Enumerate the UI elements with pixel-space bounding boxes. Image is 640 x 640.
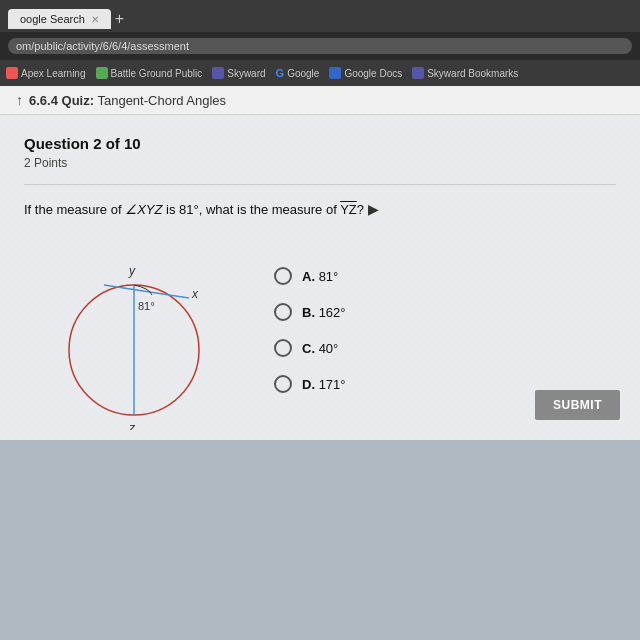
submit-button[interactable]: SUBMIT xyxy=(535,390,620,420)
radio-a[interactable] xyxy=(274,267,292,285)
tab-close-icon[interactable]: ✕ xyxy=(91,14,99,25)
divider xyxy=(24,184,616,185)
breadcrumb-bar: ↑ 6.6.4 Quiz: Tangent-Chord Angles xyxy=(0,86,640,115)
bookmarks-bar: Apex Learning Battle Ground Public Skywa… xyxy=(0,60,640,86)
bookmark-battle[interactable]: Battle Ground Public xyxy=(96,67,203,79)
browser-chrome: oogle Search ✕ + om/public/activity/6/6/… xyxy=(0,0,640,86)
new-tab-button[interactable]: + xyxy=(115,10,124,28)
bookmark-sky2-label: Skyward Bookmarks xyxy=(427,68,518,79)
diagram-svg: y x z 81° xyxy=(44,240,224,430)
diagram-area: y x z 81° xyxy=(44,240,224,420)
radio-d[interactable] xyxy=(274,375,292,393)
radio-b[interactable] xyxy=(274,303,292,321)
bookmark-apex-label: Apex Learning xyxy=(21,68,86,79)
answer-label-c: C. 40° xyxy=(302,341,338,356)
points-label: 2 Points xyxy=(24,156,616,170)
bookmark-google-label: Google xyxy=(287,68,319,79)
answer-label-a: A. 81° xyxy=(302,269,338,284)
svg-text:x: x xyxy=(191,287,199,301)
bookmark-apex[interactable]: Apex Learning xyxy=(6,67,86,79)
google-icon: G xyxy=(276,67,285,79)
question-text: If the measure of ∠XYZ is 81°, what is t… xyxy=(24,199,616,220)
bookmark-google[interactable]: G Google xyxy=(276,67,320,79)
address-bar: om/public/activity/6/6/4/assessment xyxy=(0,32,640,60)
answers-area: A. 81° B. 162° C. 40° xyxy=(274,267,346,393)
answer-option-a[interactable]: A. 81° xyxy=(274,267,346,285)
content-area: Question 2 of 10 2 Points If the measure… xyxy=(0,115,640,440)
gdocs-icon xyxy=(329,67,341,79)
skyward-icon xyxy=(212,67,224,79)
radio-c[interactable] xyxy=(274,339,292,357)
tab-bar: oogle Search ✕ + xyxy=(0,0,640,32)
address-input[interactable]: om/public/activity/6/6/4/assessment xyxy=(8,38,632,54)
bookmark-sky2[interactable]: Skyward Bookmarks xyxy=(412,67,518,79)
tab-label: oogle Search xyxy=(20,13,85,25)
answer-option-d[interactable]: D. 171° xyxy=(274,375,346,393)
quiz-title: 6.6.4 Quiz: Tangent-Chord Angles xyxy=(29,93,226,108)
bookmark-battle-label: Battle Ground Public xyxy=(111,68,203,79)
bookmark-gdocs-label: Google Docs xyxy=(344,68,402,79)
quiz-label: Quiz: xyxy=(62,93,95,108)
answer-option-b[interactable]: B. 162° xyxy=(274,303,346,321)
bookmark-skyward-label: Skyward xyxy=(227,68,265,79)
svg-text:81°: 81° xyxy=(138,300,155,312)
active-tab[interactable]: oogle Search ✕ xyxy=(8,9,111,29)
question-body: y x z 81° A. 81° B. 162° xyxy=(24,240,616,420)
battle-icon xyxy=(96,67,108,79)
apex-icon xyxy=(6,67,18,79)
answer-option-c[interactable]: C. 40° xyxy=(274,339,346,357)
svg-text:y: y xyxy=(128,264,136,278)
answer-label-d: D. 171° xyxy=(302,377,346,392)
question-header: Question 2 of 10 xyxy=(24,135,616,152)
bookmark-gdocs[interactable]: Google Docs xyxy=(329,67,402,79)
sky2-icon xyxy=(412,67,424,79)
breadcrumb-arrow: ↑ xyxy=(16,92,23,108)
quiz-title-text: Tangent-Chord Angles xyxy=(97,93,226,108)
bookmark-skyward[interactable]: Skyward xyxy=(212,67,265,79)
answer-label-b: B. 162° xyxy=(302,305,346,320)
quiz-number: 6.6.4 xyxy=(29,93,58,108)
svg-text:z: z xyxy=(128,421,136,430)
